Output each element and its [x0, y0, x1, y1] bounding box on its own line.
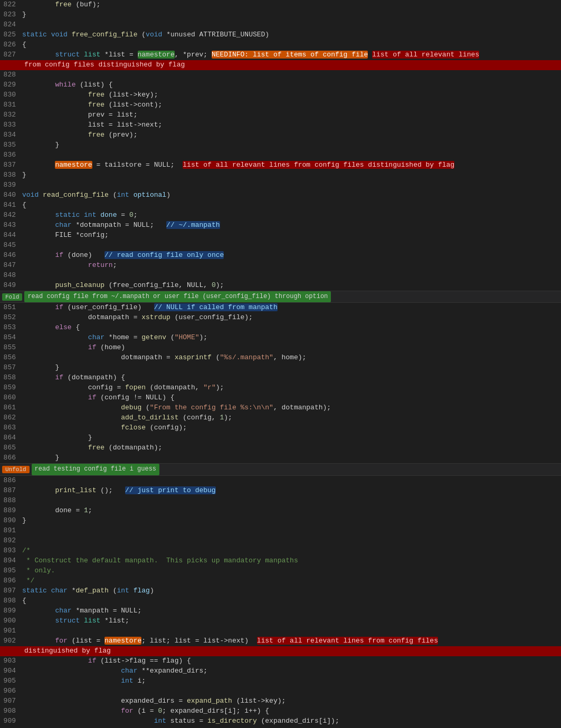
line-853: 853 else { — [0, 323, 561, 333]
fold-bar-1[interactable]: Fold read config file from ~/.manpath or… — [0, 291, 561, 303]
line-860: 860 if (config != NULL) { — [0, 393, 561, 403]
line-842: 842 static int done = 0; — [0, 210, 561, 221]
line-887: 887 print_list (); // just print to debu… — [0, 486, 561, 496]
line-906: 906 — [0, 686, 561, 696]
line-899: 899 char *manpath = NULL; — [0, 606, 561, 616]
line-905: 905 int i; — [0, 676, 561, 686]
line-866: 866 } — [0, 453, 561, 463]
line-848: 848 — [0, 271, 561, 281]
line-896: 896 */ — [0, 576, 561, 586]
line-900: 900 struct list *list; — [0, 616, 561, 626]
line-861: 861 debug ("From the config file %s:\n\n… — [0, 403, 561, 413]
line-902: 902 for (list = namestore; list; list = … — [0, 636, 561, 646]
line-849: 849 push_cleanup (free_config_file, NULL… — [0, 281, 561, 291]
line-838: 838 } — [0, 170, 561, 180]
line-836: 836 — [0, 150, 561, 160]
line-902-cont: distinguished by flag — [0, 646, 561, 656]
unfold-button-2[interactable]: Unfold — [2, 466, 30, 473]
line-854: 854 char *home = getenv ("HOME"); — [0, 333, 561, 343]
line-827: 827 struct list *list = namestore, *prev… — [0, 50, 561, 60]
line-830: 830 free (list->key); — [0, 90, 561, 100]
fold-bar-2[interactable]: Unfold read testing config file i guess — [0, 463, 561, 475]
line-889: 889 done = 1; — [0, 506, 561, 516]
line-824: 824 — [0, 20, 561, 30]
line-826: 826 { — [0, 40, 561, 50]
line-845: 845 — [0, 241, 561, 251]
line-832: 832 prev = list; — [0, 110, 561, 120]
line-837: 837 namestore = tailstore = NULL; list o… — [0, 160, 561, 170]
fold-button-1[interactable]: Fold — [2, 293, 22, 301]
line-833: 833 list = list->next; — [0, 120, 561, 130]
line-844: 844 FILE *config; — [0, 231, 561, 241]
line-857: 857 } — [0, 363, 561, 373]
line-886: 886 — [0, 476, 561, 486]
code-editor: 822 free (buf); 823 } 824 825 static voi… — [0, 0, 561, 728]
line-855: 855 if (home) — [0, 343, 561, 353]
line-856: 856 dotmanpath = xasprintf ("%s/.manpath… — [0, 353, 561, 363]
line-829: 829 while (list) { — [0, 80, 561, 90]
line-864: 864 } — [0, 433, 561, 443]
line-846: 846 if (done) // read config file only o… — [0, 251, 561, 261]
line-894: 894 * Construct the default manpath. Thi… — [0, 556, 561, 566]
line-903: 903 if (list->flag == flag) { — [0, 656, 561, 666]
line-851: 851 if (user_config_file) // NULL if cal… — [0, 303, 561, 313]
line-863: 863 fclose (config); — [0, 423, 561, 433]
line-859: 859 config = fopen (dotmanpath, "r"); — [0, 383, 561, 393]
line-890: 890 } — [0, 516, 561, 526]
line-840: 840 void read_config_file (int optional) — [0, 190, 561, 200]
line-904: 904 char **expanded_dirs; — [0, 666, 561, 676]
line-898: 898 { — [0, 596, 561, 606]
line-892: 892 — [0, 536, 561, 546]
line-827-cont: from config files distinguished by flag — [0, 60, 561, 70]
line-862: 862 add_to_dirlist (config, 1); — [0, 413, 561, 423]
line-901: 901 — [0, 626, 561, 636]
line-865: 865 free (dotmanpath); — [0, 443, 561, 453]
line-828: 828 — [0, 70, 561, 80]
line-847: 847 return; — [0, 261, 561, 271]
line-831: 831 free (list->cont); — [0, 100, 561, 110]
line-909: 909 int status = is_directory (expanded_… — [0, 716, 561, 726]
line-834: 834 free (prev); — [0, 130, 561, 140]
line-858: 858 if (dotmanpath) { — [0, 373, 561, 383]
line-908: 908 for (i = 0; expanded_dirs[i]; i++) { — [0, 706, 561, 716]
fold-description-2: read testing config file i guess — [32, 464, 159, 475]
line-893: 893 /* — [0, 546, 561, 556]
line-891: 891 — [0, 526, 561, 536]
line-897: 897 static char *def_path (int flag) — [0, 586, 561, 596]
line-825: 825 static void free_config_file (void *… — [0, 30, 561, 40]
line-843: 843 char *dotmanpath = NULL; // ~/.manpa… — [0, 221, 561, 231]
line-852: 852 dotmanpath = xstrdup (user_config_fi… — [0, 313, 561, 323]
line-888: 888 — [0, 496, 561, 506]
line-895: 895 * only. — [0, 566, 561, 576]
line-823: 823 } — [0, 10, 561, 20]
line-835: 835 } — [0, 140, 561, 150]
line-822: 822 free (buf); — [0, 0, 561, 10]
fold-description-1: read config file from ~/.manpath or user… — [24, 291, 331, 302]
line-907: 907 expanded_dirs = expand_path (list->k… — [0, 696, 561, 706]
line-839: 839 — [0, 180, 561, 190]
line-841: 841 { — [0, 200, 561, 210]
